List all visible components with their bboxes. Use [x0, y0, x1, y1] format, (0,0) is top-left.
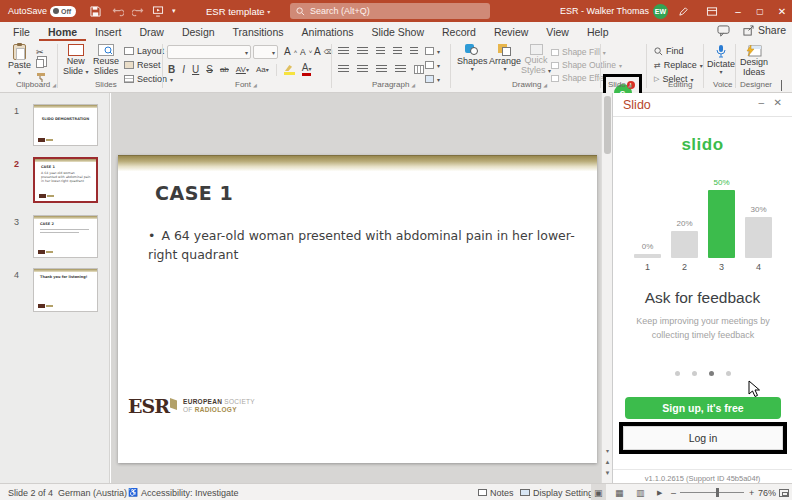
tab-home[interactable]: Home: [39, 22, 86, 41]
shape-outline-button[interactable]: Shape Outline▾: [551, 60, 622, 70]
increase-indent-icon[interactable]: [393, 47, 402, 56]
collapse-ribbon-icon[interactable]: [781, 81, 782, 91]
tab-insert[interactable]: Insert: [86, 22, 130, 41]
align-left-icon[interactable]: [338, 65, 349, 74]
close-button[interactable]: ✕: [772, 0, 792, 22]
shape-fill-button[interactable]: Shape Fill▾: [551, 47, 606, 57]
tab-view[interactable]: View: [537, 22, 578, 41]
customize-qat-icon[interactable]: ▾: [172, 0, 176, 22]
copy-button[interactable]: [36, 59, 44, 68]
reset-button[interactable]: Reset: [124, 60, 161, 70]
slide-title[interactable]: CASE 1: [155, 182, 233, 204]
tab-record[interactable]: Record: [433, 22, 485, 41]
dialog-launcher-icon[interactable]: ◢: [253, 82, 257, 88]
find-button[interactable]: Find: [654, 46, 684, 56]
strikethrough-button[interactable]: S: [206, 64, 213, 75]
document-title[interactable]: ESR template ▾: [206, 0, 270, 22]
fit-slide-button[interactable]: [779, 484, 789, 500]
undo-icon[interactable]: [112, 0, 124, 22]
clear-formatting-button[interactable]: A⌫: [314, 46, 332, 57]
signup-button[interactable]: Sign up, it's free: [625, 397, 781, 419]
font-size-select[interactable]: ▾: [253, 45, 278, 59]
font-name-select[interactable]: ▾: [167, 45, 251, 59]
justify-icon[interactable]: [395, 65, 406, 74]
highlight-color-button[interactable]: [284, 64, 295, 75]
start-presentation-icon[interactable]: [152, 0, 164, 22]
slide-bullet-text[interactable]: •A 64 year-old woman presented with abdo…: [148, 227, 578, 265]
zoom-out-button[interactable]: –: [671, 484, 676, 500]
italic-button[interactable]: I: [182, 64, 185, 75]
replace-button[interactable]: ⇄ Replace▾: [654, 60, 703, 70]
tab-draw[interactable]: Draw: [130, 22, 173, 41]
align-text-button[interactable]: ▾: [425, 61, 440, 69]
dialog-launcher-icon[interactable]: ◢: [52, 82, 56, 88]
design-ideas-button[interactable]: Design Ideas: [740, 44, 768, 78]
reading-view-button[interactable]: ▥: [636, 484, 645, 500]
share-button[interactable]: Share: [743, 24, 786, 36]
slide-thumbnail-2[interactable]: CASE 1 A 64 year-old woman presented wit…: [33, 157, 98, 203]
ribbon-display-icon[interactable]: [706, 0, 718, 22]
dictate-button[interactable]: Dictate ▾: [707, 44, 735, 76]
carousel-dot[interactable]: [709, 371, 714, 376]
layout-button[interactable]: Layout▾: [124, 46, 170, 56]
autosave-toggle[interactable]: Off: [50, 0, 76, 22]
redo-icon[interactable]: [132, 0, 144, 22]
decrease-indent-icon[interactable]: [376, 47, 385, 56]
slide-thumbnail-3[interactable]: CASE 2: [33, 215, 98, 258]
paste-button[interactable]: Paste ▾: [8, 44, 31, 77]
align-center-icon[interactable]: [357, 65, 368, 74]
text-direction-button[interactable]: ▾: [425, 47, 440, 55]
font-color-button[interactable]: A▾: [302, 63, 312, 76]
slide-sorter-view-button[interactable]: ▦: [615, 484, 624, 500]
slide-editor[interactable]: CASE 1 •A 64 year-old woman presented wi…: [118, 155, 597, 463]
line-spacing-icon[interactable]: [410, 47, 418, 56]
language-indicator[interactable]: German (Austria): [58, 484, 127, 500]
display-settings-toggle[interactable]: Display Settings: [520, 484, 598, 500]
align-right-icon[interactable]: [376, 65, 387, 74]
bullets-icon[interactable]: [338, 47, 349, 56]
shrink-font-button[interactable]: A˅: [300, 47, 312, 57]
scrollbar-thumb[interactable]: [604, 96, 611, 154]
carousel-dot[interactable]: [675, 371, 680, 376]
reuse-slides-button[interactable]: Reuse Slides: [93, 44, 119, 77]
account-name[interactable]: ESR - Walker Thomas: [560, 0, 649, 22]
avatar[interactable]: EW: [653, 0, 668, 22]
section-button[interactable]: Section▾: [124, 74, 173, 84]
tab-file[interactable]: File: [4, 22, 39, 41]
carousel-dot[interactable]: [692, 371, 697, 376]
numbering-icon[interactable]: [357, 47, 368, 56]
login-button[interactable]: Log in: [623, 426, 783, 450]
grow-font-button[interactable]: A˄: [284, 46, 297, 57]
columns-icon[interactable]: [414, 65, 424, 74]
maximize-button[interactable]: ▢: [750, 0, 770, 22]
arrange-button[interactable]: Arrange ▾: [489, 44, 521, 73]
accessibility-status[interactable]: ♿ Accessibility: Investigate: [128, 484, 239, 500]
carousel-dot[interactable]: [726, 371, 731, 376]
underline-button[interactable]: U: [192, 64, 199, 75]
new-slide-button[interactable]: New Slide ▾: [63, 44, 89, 77]
comments-icon[interactable]: [717, 25, 730, 39]
slide-thumbnail-1[interactable]: SLIDO DEMONSTRATION: [33, 104, 98, 146]
zoom-slider[interactable]: [680, 484, 744, 500]
tab-help[interactable]: Help: [578, 22, 618, 41]
tab-animations[interactable]: Animations: [293, 22, 363, 41]
canvas-scrollbar[interactable]: ▾ ▲ ▼: [601, 93, 612, 483]
slideshow-button[interactable]: ▶: [657, 484, 662, 500]
change-case-button[interactable]: Aa▾: [256, 65, 269, 74]
slide-thumbnail-4[interactable]: Thank you for listening!: [33, 268, 98, 312]
convert-smartart-button[interactable]: ▾: [425, 75, 440, 83]
dialog-launcher-icon[interactable]: ◢: [628, 82, 632, 88]
save-icon[interactable]: [90, 0, 101, 22]
zoom-in-button[interactable]: +: [749, 484, 754, 500]
notes-toggle[interactable]: Notes: [478, 484, 514, 500]
tab-design[interactable]: Design: [173, 22, 224, 41]
dialog-launcher-icon[interactable]: ◢: [411, 82, 415, 88]
zoom-level[interactable]: 76%: [758, 484, 776, 500]
tab-review[interactable]: Review: [485, 22, 537, 41]
shapes-button[interactable]: Shapes ▾: [457, 44, 488, 73]
character-spacing-button[interactable]: AV▾: [236, 65, 249, 74]
text-shadow-button[interactable]: ab: [220, 65, 229, 74]
cut-button[interactable]: ✂: [36, 47, 44, 57]
tab-transitions[interactable]: Transitions: [224, 22, 293, 41]
normal-view-button[interactable]: ▣: [591, 484, 606, 500]
